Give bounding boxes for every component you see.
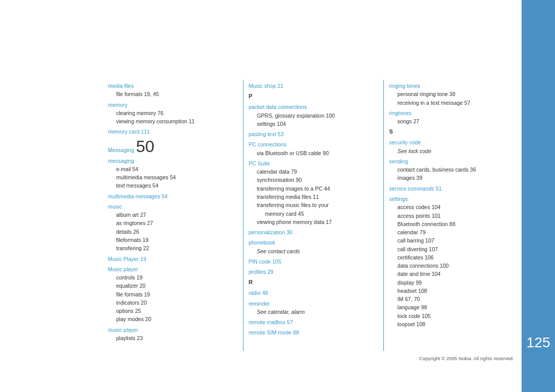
entry-multimedia-msgs: multimedia messages 54 (108, 173, 228, 181)
entry-ringtones: ringtones (389, 109, 509, 117)
letter-r: R (249, 278, 368, 287)
entry-transferring-images: transferring images to a PC 44 (249, 184, 368, 193)
entry-as-ringtones: as ringtones 27 (108, 219, 228, 227)
messaging-number: 50 (136, 138, 155, 155)
entry-data-connections: data connections 100 (389, 262, 509, 270)
entry-transfering: transfering 22 (108, 244, 228, 252)
entry-music-player-19: Music Player 19 (108, 255, 228, 263)
entry-pasting-text: pasting text 53 (249, 130, 368, 138)
entry-viewing-memory: viewing memory consumption 11 (108, 117, 228, 125)
entry-radio: radio 48 (249, 289, 368, 297)
entry-gprs: GPRS, glossary explanation 100 (249, 111, 368, 120)
entry-settings-104: settings 104 (249, 120, 368, 128)
entry-language: language 98 (389, 303, 509, 311)
entry-ringing-tones: ringing tones (389, 82, 509, 90)
entry-transferring-music: transferring music files to your (249, 201, 368, 209)
entry-personalization: personalization 30 (249, 228, 368, 236)
entry-file-formats: file formats 19, 45 (108, 90, 228, 98)
column-3: ringing tones personal ringing tone 38 r… (389, 80, 509, 351)
entry-calendar-data: calendar data 79 (249, 167, 368, 176)
entry-service-commands: service commands 51 (389, 184, 509, 193)
copyright-text: Copyright © 2005 Nokia. All rights reser… (419, 356, 514, 361)
entry-music: music (108, 202, 228, 211)
entry-receiving-text: receiving in a text message 57 (389, 99, 509, 107)
entry-settings: settings (389, 195, 509, 203)
entry-transferring-media: transferring media files 11 (249, 193, 368, 201)
entry-music-player: Music player (108, 265, 228, 273)
messaging-large-row: Messaging 50 (108, 138, 228, 155)
column-divider-2 (383, 80, 384, 351)
entry-personal-ringing: personal ringing tone 38 (389, 90, 509, 98)
entry-playlists: playlists 23 (108, 334, 228, 342)
entry-headset: headset 108 (389, 287, 509, 295)
entry-songs: songs 27 (389, 117, 509, 125)
entry-viewing-phone: viewing phone memory data 17 (249, 218, 368, 226)
entry-access-points: access points 101 (389, 212, 509, 220)
entry-music-player-sub: music player (108, 326, 228, 334)
column-divider-1 (243, 80, 244, 351)
entry-pc-connections: PC connections (249, 140, 368, 148)
entry-pc-suite: PC Suite (249, 159, 368, 167)
entry-memory-card: memory card 111 (108, 127, 228, 136)
entry-call-barring: call barring 107 (389, 236, 509, 245)
entry-see-calendar-alarm: See calendar, alarm (249, 308, 368, 316)
entry-packet-data: packet data connections (249, 103, 368, 111)
column-1: media files file formats 19, 45 memory c… (108, 80, 238, 351)
letter-s: S (389, 127, 509, 136)
entry-memory-card-45: memory card 45 (249, 210, 368, 218)
entry-clearing-memory: clearing memory 76 (108, 109, 228, 117)
entry-remote-mailbox: remote mailbox 57 (249, 318, 368, 326)
entry-multimedia-messages: multimedia messages 54 (108, 192, 228, 200)
entry-reminder: reminder (249, 300, 368, 308)
entry-call-diverting: call diverting 107 (389, 245, 509, 253)
page-number: 125 (526, 334, 550, 351)
entry-email: e-mail 54 (108, 165, 228, 173)
entry-display: display 99 (389, 278, 509, 287)
entry-album-art: album art 27 (108, 211, 228, 219)
entry-remote-sim: remote SIM mode 88 (249, 328, 368, 337)
page-container: media files file formats 19, 45 memory c… (0, 0, 555, 392)
letter-p: P (249, 92, 368, 101)
entry-security-code: security code (389, 138, 509, 146)
entry-contact-cards: contact cards, business cards 36 (389, 165, 509, 174)
entry-lock-code: lock code 105 (389, 312, 509, 320)
entry-fileformats: fileformats 19 (108, 236, 228, 244)
entry-access-codes: access codes 104 (389, 203, 509, 211)
entry-controls: controls 19 (108, 273, 228, 282)
entry-indicators: indicators 20 (108, 298, 228, 307)
entry-sending: sending (389, 157, 509, 165)
entry-see-contact-cards: See contact cards (249, 247, 368, 255)
entry-certificates: certificates 106 (389, 253, 509, 262)
entry-im: IM 67, 70 (389, 295, 509, 303)
entry-date-time: date and time 104 (389, 270, 509, 278)
entry-see-lock-code: See lock code (389, 147, 509, 155)
entry-file-formats-19: file formats 19 (108, 290, 228, 298)
entry-images: images 39 (389, 174, 509, 182)
content-area: media files file formats 19, 45 memory c… (108, 80, 509, 351)
entry-memory: memory (108, 101, 228, 109)
right-sidebar: 125 (522, 0, 555, 392)
entry-phonebook: phonebook (249, 238, 368, 247)
entry-calendar: calendar 79 (389, 228, 509, 236)
entry-pin-code: PIN code 105 (249, 257, 368, 266)
entry-messaging: messaging (108, 157, 228, 165)
entry-details: details 26 (108, 228, 228, 236)
entry-synchronisation: synchronisation 90 (249, 176, 368, 184)
entry-media-files: media files (108, 82, 228, 90)
entry-text-msgs: text messages 54 (108, 181, 228, 190)
entry-loopset: loopset 108 (389, 320, 509, 328)
entry-via-bluetooth: via Bluetooth or USB cable 90 (249, 149, 368, 157)
messaging-label: Messaging (108, 146, 134, 154)
entry-equalizer: equalizer 20 (108, 282, 228, 290)
entry-bluetooth-conn: Bluetooth connection 88 (389, 220, 509, 228)
entry-options: options 25 (108, 307, 228, 315)
entry-profiles: profiles 29 (249, 268, 368, 276)
entry-play-modes: play modes 20 (108, 315, 228, 323)
entry-music-shop: Music shop 21 (249, 82, 368, 90)
column-2: Music shop 21 P packet data connections … (249, 80, 379, 351)
